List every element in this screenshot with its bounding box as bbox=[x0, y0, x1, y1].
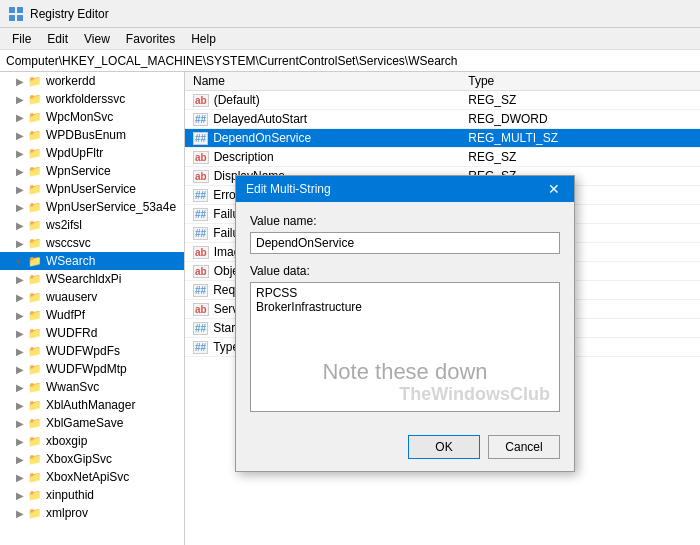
tree-item-label: XboxNetApiSvc bbox=[46, 470, 129, 484]
tree-item-label: WpnUserService_53a4e bbox=[46, 200, 176, 214]
tree-item[interactable]: ▶📁WpnUserService_53a4e bbox=[0, 198, 184, 216]
folder-icon: 📁 bbox=[28, 75, 42, 88]
tree-chevron-icon: ▶ bbox=[16, 490, 28, 501]
value-name-cell: ab(Default) bbox=[185, 91, 460, 110]
tree-chevron-icon: ▶ bbox=[16, 166, 28, 177]
tree-item-label: ws2ifsl bbox=[46, 218, 82, 232]
folder-icon: 📁 bbox=[28, 399, 42, 412]
tree-panel[interactable]: ▶📁workerdd▶📁workfolderssvc▶📁WpcMonSvc▶📁W… bbox=[0, 72, 185, 545]
tree-item[interactable]: ▶📁WUDFWpdFs bbox=[0, 342, 184, 360]
tree-item-label: WpnUserService bbox=[46, 182, 136, 196]
value-type-cell: REG_SZ bbox=[460, 148, 700, 167]
tree-item-label: WSearchldxPi bbox=[46, 272, 121, 286]
tree-item[interactable]: ▶📁WpdUpFltr bbox=[0, 144, 184, 162]
num-icon: ## bbox=[193, 323, 208, 334]
folder-icon: 📁 bbox=[28, 453, 42, 466]
tree-chevron-icon: ▶ bbox=[16, 76, 28, 87]
tree-item[interactable]: ▶📁WPDBusEnum bbox=[0, 126, 184, 144]
tree-item[interactable]: ▶📁WUDFWpdMtp bbox=[0, 360, 184, 378]
tree-item-label: wuauserv bbox=[46, 290, 97, 304]
folder-icon: 📁 bbox=[28, 93, 42, 106]
folder-icon: 📁 bbox=[28, 309, 42, 322]
num-icon: ## bbox=[193, 133, 208, 144]
num-icon: ## bbox=[193, 209, 208, 220]
value-data-textarea[interactable] bbox=[250, 282, 560, 412]
tree-item[interactable]: ▶📁wsccsvc bbox=[0, 234, 184, 252]
num-icon: ## bbox=[193, 190, 208, 201]
folder-icon: 📁 bbox=[28, 111, 42, 124]
title-bar: Registry Editor bbox=[0, 0, 700, 28]
tree-item[interactable]: ▾📁WSearch bbox=[0, 252, 184, 270]
tree-item[interactable]: ▶📁WwanSvc bbox=[0, 378, 184, 396]
menu-favorites[interactable]: Favorites bbox=[118, 30, 183, 47]
tree-chevron-icon: ▶ bbox=[16, 94, 28, 105]
tree-item[interactable]: ▶📁xmlprov bbox=[0, 504, 184, 522]
tree-chevron-icon: ▶ bbox=[16, 328, 28, 339]
tree-item[interactable]: ▶📁WpcMonSvc bbox=[0, 108, 184, 126]
tree-item[interactable]: ▶📁wuauserv bbox=[0, 288, 184, 306]
value-name-label: Value name: bbox=[250, 214, 560, 228]
tree-chevron-icon: ▶ bbox=[16, 202, 28, 213]
menu-view[interactable]: View bbox=[76, 30, 118, 47]
cancel-button[interactable]: Cancel bbox=[488, 435, 560, 459]
tree-chevron-icon: ▶ bbox=[16, 382, 28, 393]
tree-item[interactable]: ▶📁workerdd bbox=[0, 72, 184, 90]
table-row[interactable]: abDescriptionREG_SZ bbox=[185, 148, 700, 167]
tree-chevron-icon: ▶ bbox=[16, 112, 28, 123]
tree-item[interactable]: ▶📁XboxGipSvc bbox=[0, 450, 184, 468]
tree-item-label: WwanSvc bbox=[46, 380, 99, 394]
folder-icon: 📁 bbox=[28, 363, 42, 376]
address-bar: Computer\HKEY_LOCAL_MACHINE\SYSTEM\Curre… bbox=[0, 50, 700, 72]
dialog-close-button[interactable]: ✕ bbox=[544, 182, 564, 196]
tree-item[interactable]: ▶📁WSearchldxPi bbox=[0, 270, 184, 288]
folder-icon: 📁 bbox=[28, 381, 42, 394]
svg-rect-0 bbox=[9, 7, 15, 13]
tree-chevron-icon: ▶ bbox=[16, 310, 28, 321]
tree-item[interactable]: ▶📁ws2ifsl bbox=[0, 216, 184, 234]
tree-item[interactable]: ▶📁WudfPf bbox=[0, 306, 184, 324]
ab-icon: ab bbox=[193, 304, 209, 315]
num-icon: ## bbox=[193, 228, 208, 239]
ab-icon: ab bbox=[193, 171, 209, 182]
table-row[interactable]: ab(Default)REG_SZ bbox=[185, 91, 700, 110]
folder-icon: 📁 bbox=[28, 291, 42, 304]
tree-item[interactable]: ▶📁XboxNetApiSvc bbox=[0, 468, 184, 486]
tree-item[interactable]: ▶📁xinputhid bbox=[0, 486, 184, 504]
num-icon: ## bbox=[193, 285, 208, 296]
menu-edit[interactable]: Edit bbox=[39, 30, 76, 47]
value-data-label: Value data: bbox=[250, 264, 560, 278]
menu-help[interactable]: Help bbox=[183, 30, 224, 47]
table-row[interactable]: ##DelayedAutoStartREG_DWORD bbox=[185, 110, 700, 129]
folder-icon: 📁 bbox=[28, 147, 42, 160]
ok-button[interactable]: OK bbox=[408, 435, 480, 459]
tree-item[interactable]: ▶📁WpnUserService bbox=[0, 180, 184, 198]
tree-chevron-icon: ▶ bbox=[16, 148, 28, 159]
folder-icon: 📁 bbox=[28, 219, 42, 232]
tree-item[interactable]: ▶📁WUDFRd bbox=[0, 324, 184, 342]
ab-icon: ab bbox=[193, 247, 209, 258]
svg-rect-1 bbox=[17, 7, 23, 13]
tree-item[interactable]: ▶📁xboxgip bbox=[0, 432, 184, 450]
tree-item-label: xinputhid bbox=[46, 488, 94, 502]
tree-item[interactable]: ▶📁workfolderssvc bbox=[0, 90, 184, 108]
tree-chevron-icon: ▶ bbox=[16, 184, 28, 195]
tree-item-label: WpdUpFltr bbox=[46, 146, 103, 160]
value-name-cell: abDescription bbox=[185, 148, 460, 167]
tree-item[interactable]: ▶📁XblGameSave bbox=[0, 414, 184, 432]
tree-item[interactable]: ▶📁WpnService bbox=[0, 162, 184, 180]
tree-item-label: WUDFRd bbox=[46, 326, 97, 340]
value-name-cell: ##DelayedAutoStart bbox=[185, 110, 460, 129]
folder-icon: 📁 bbox=[28, 507, 42, 520]
value-type-cell: REG_MULTI_SZ bbox=[460, 129, 700, 148]
tree-item[interactable]: ▶📁XblAuthManager bbox=[0, 396, 184, 414]
tree-chevron-icon: ▶ bbox=[16, 274, 28, 285]
menu-file[interactable]: File bbox=[4, 30, 39, 47]
folder-icon: 📁 bbox=[28, 345, 42, 358]
svg-rect-3 bbox=[17, 15, 23, 21]
value-name-input[interactable] bbox=[250, 232, 560, 254]
tree-item-label: XblGameSave bbox=[46, 416, 123, 430]
app-icon bbox=[8, 6, 24, 22]
col-name: Name bbox=[185, 72, 460, 91]
table-row[interactable]: ##DependOnServiceREG_MULTI_SZ bbox=[185, 129, 700, 148]
tree-item-label: WUDFWpdMtp bbox=[46, 362, 127, 376]
